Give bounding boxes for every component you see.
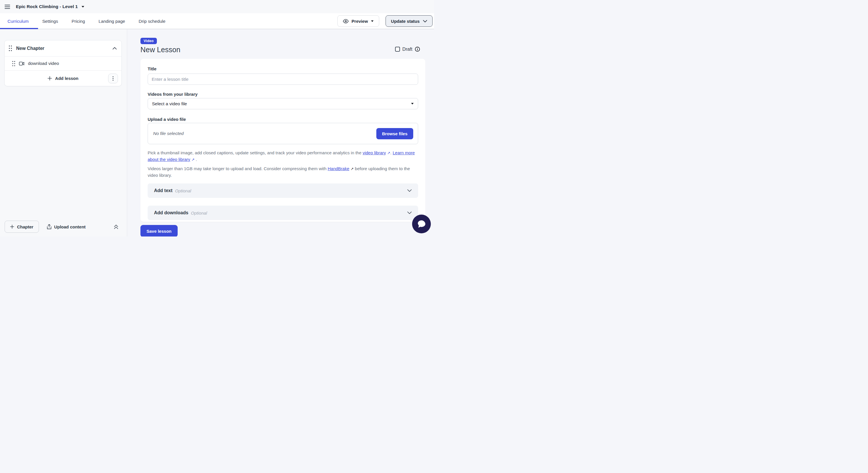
lesson-item[interactable]: download video: [5, 57, 121, 70]
app-root: Epic Rock Climbing - Level 1 Curriculum …: [0, 0, 434, 236]
plus-icon: [48, 76, 52, 81]
browse-files-button[interactable]: Browse files: [376, 128, 413, 139]
add-lesson-row: Add lesson: [5, 71, 121, 86]
title-label: Title: [148, 66, 418, 71]
chapter-header[interactable]: New Chapter: [5, 40, 121, 56]
info-icon[interactable]: [415, 46, 420, 52]
chevron-up-icon: [113, 47, 117, 50]
page-title: New Lesson: [141, 45, 425, 54]
add-downloads-label: Add downloads: [154, 210, 188, 216]
chat-bubble-icon: [417, 220, 426, 228]
curriculum-sidebar: New Chapter download video: [0, 29, 127, 236]
chat-widget-button[interactable]: [412, 215, 431, 233]
video-library-link[interactable]: video library: [363, 150, 386, 155]
sidebar-footer: Chapter Upload content: [0, 221, 127, 233]
course-title: Epic Rock Climbing - Level 1: [16, 4, 78, 9]
external-link-arrow-icon: ↗: [387, 150, 390, 156]
upload-video-label: Upload a video file: [148, 117, 418, 122]
lesson-form-card: Title Videos from your library Select a …: [141, 59, 425, 222]
external-link-arrow-icon: ↗: [350, 166, 353, 172]
help-text-segment: .: [390, 150, 393, 155]
hamburger-menu-button[interactable]: [5, 5, 10, 9]
chevron-down-icon: [407, 212, 412, 214]
save-row: Save lesson: [141, 225, 425, 236]
compression-help-text: Videos larger than 1GB may take longer t…: [148, 165, 418, 179]
save-lesson-button[interactable]: Save lesson: [141, 225, 178, 236]
tab-drip-schedule[interactable]: Drip schedule: [139, 13, 165, 29]
chevron-down-icon: [423, 20, 427, 23]
tab-landing-page[interactable]: Landing page: [99, 13, 125, 29]
preview-button-label: Preview: [351, 19, 368, 24]
tab-list: Curriculum Settings Pricing Landing page…: [0, 13, 165, 29]
chapter-card: New Chapter download video: [4, 40, 122, 86]
add-text-accordion[interactable]: Add text Optional: [148, 183, 418, 198]
chapter-menu-button[interactable]: [108, 73, 118, 83]
update-status-label: Update status: [391, 19, 420, 24]
upload-content-button[interactable]: Upload content: [47, 224, 86, 229]
hamburger-icon: [5, 5, 10, 9]
no-file-text: No file selected: [153, 131, 184, 136]
lesson-header: Video New Lesson Draft: [141, 38, 425, 54]
lesson-drag-handle[interactable]: [12, 61, 15, 66]
draft-label: Draft: [402, 47, 412, 52]
add-downloads-accordion[interactable]: Add downloads Optional: [148, 206, 418, 220]
video-library-help-text: Pick a thumbnail image, add closed capti…: [148, 150, 418, 163]
lesson-title-input[interactable]: [148, 73, 418, 85]
course-switcher[interactable]: Epic Rock Climbing - Level 1: [16, 4, 85, 9]
add-text-label: Add text: [154, 188, 173, 193]
add-lesson-label: Add lesson: [55, 76, 79, 81]
lesson-item-title: download video: [28, 61, 59, 66]
double-chevron-up-icon: [114, 224, 119, 229]
help-text-segment: Videos larger than 1GB may take longer t…: [148, 166, 328, 171]
tab-settings[interactable]: Settings: [42, 13, 58, 29]
help-text-segment: .: [195, 157, 197, 162]
preview-button[interactable]: Preview: [337, 15, 379, 27]
upload-icon: [47, 224, 52, 229]
chapter-collapse-button[interactable]: [113, 47, 117, 50]
header-actions: Preview Update status: [337, 15, 433, 27]
lesson-editor: Video New Lesson Draft Title Videos from…: [127, 29, 434, 236]
add-chapter-button[interactable]: Chapter: [5, 221, 39, 233]
draft-checkbox[interactable]: [395, 47, 400, 52]
plus-icon: [10, 225, 14, 229]
video-upload-dropzone[interactable]: No file selected Browse files: [148, 123, 418, 144]
tab-curriculum[interactable]: Curriculum: [7, 13, 29, 29]
tab-pricing[interactable]: Pricing: [71, 13, 85, 29]
external-link-arrow-icon: ↗: [191, 157, 195, 163]
handbrake-link[interactable]: HandBrake: [328, 166, 349, 171]
topbar: Epic Rock Climbing - Level 1: [0, 0, 434, 13]
chapter-title: New Chapter: [16, 46, 108, 51]
kebab-icon: [113, 76, 114, 81]
add-chapter-label: Chapter: [17, 224, 33, 229]
video-library-label: Videos from your library: [148, 92, 418, 97]
add-text-optional-tag: Optional: [175, 188, 191, 193]
chevron-down-icon: [407, 189, 412, 192]
update-status-button[interactable]: Update status: [385, 15, 433, 27]
video-library-selected-value: Select a video file: [152, 101, 187, 106]
caret-down-icon: [371, 20, 374, 22]
select-caret-icon: [411, 103, 414, 105]
workspace: New Chapter download video: [0, 29, 434, 236]
chapter-drag-handle[interactable]: [9, 45, 12, 51]
caret-down-icon: [81, 6, 85, 8]
add-lesson-button[interactable]: Add lesson: [48, 76, 79, 81]
lesson-type-badge: Video: [141, 38, 157, 44]
collapse-all-button[interactable]: [114, 224, 119, 229]
add-downloads-optional-tag: Optional: [191, 211, 207, 216]
eye-icon: [343, 19, 349, 23]
tabbar: Curriculum Settings Pricing Landing page…: [0, 13, 434, 29]
draft-toggle[interactable]: Draft: [395, 46, 420, 52]
video-library-select[interactable]: Select a video file: [148, 98, 418, 109]
help-text-segment: Pick a thumbnail image, add closed capti…: [148, 150, 363, 155]
upload-content-label: Upload content: [54, 224, 86, 229]
video-lesson-icon: [19, 62, 24, 65]
